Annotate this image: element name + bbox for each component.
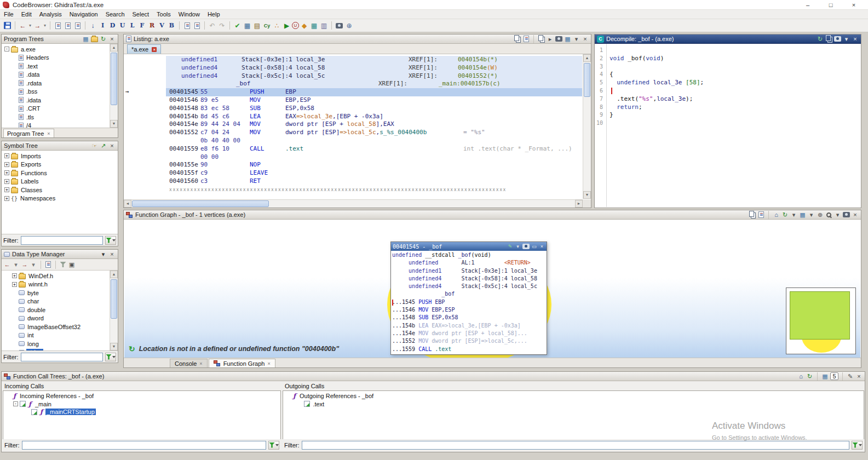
expand-icon[interactable]: + (12, 282, 17, 287)
function-letter-icon[interactable]: F (137, 21, 147, 31)
dock-window-icon[interactable]: ▦ (821, 372, 829, 380)
navigate-down-icon[interactable]: ↓ (88, 21, 97, 31)
memory-icon[interactable]: ▥ (319, 21, 329, 31)
panel-menu-caret-icon[interactable]: ▾ (100, 250, 107, 258)
diff-view-icon[interactable] (538, 35, 545, 43)
tree-item-data[interactable]: .data (2, 71, 109, 79)
tab-program-tree[interactable]: Program Tree (3, 129, 54, 137)
outgoing-filter-input[interactable] (302, 441, 850, 450)
tree-item-double[interactable]: double (2, 306, 109, 314)
expand-icon[interactable]: + (4, 170, 9, 175)
listing-row[interactable]: 0040155fc9LEAVE (124, 169, 582, 177)
tree-item-a-exe[interactable]: -a.exe (2, 45, 109, 54)
node-line[interactable]: ...1545 PUSH EBP (392, 299, 545, 307)
tree-item-windef-h[interactable]: +WinDef.h (2, 272, 109, 280)
close-panel-icon[interactable]: × (852, 211, 859, 219)
variable-letter-icon[interactable]: V (157, 21, 166, 31)
close-panel-icon[interactable]: × (852, 35, 859, 43)
listing-row[interactable]: 00401552c7 04 24MOVdword ptr [ESP]=>loca… (124, 129, 582, 137)
tree-item-namespaces[interactable]: +{}Namespaces (2, 194, 117, 203)
incoming-filter-input[interactable] (22, 441, 267, 450)
symbol-tree-filter-input[interactable] (21, 236, 104, 245)
listing-row[interactable]: 00401559e8 f6 10CALL.textint .text(char … (124, 145, 582, 153)
decompile-line[interactable]: 2void _bof(void) (595, 55, 860, 63)
close-panel-icon[interactable]: × (582, 35, 589, 43)
tree-item-int[interactable]: int (2, 331, 109, 340)
listing-header[interactable]: Listing: a.exe ▸▦▾× (124, 34, 591, 44)
tree-item-text[interactable]: .text (2, 62, 109, 71)
scroll-thumb[interactable] (111, 279, 117, 319)
graph-canvas[interactable]: 00401545 - _bof ✎▾▭× undefined __stdcall… (124, 220, 860, 358)
forward-menu-caret-icon[interactable]: ▾ (43, 21, 47, 31)
listing-row[interactable]: 00401560c3RET (124, 177, 582, 186)
home-icon[interactable]: ⌂ (797, 372, 804, 380)
tab-function-graph[interactable]: Function Graph (209, 359, 275, 367)
vertex-background-icon[interactable] (522, 243, 530, 250)
menu-navigation[interactable]: Navigation (66, 10, 102, 18)
scroll-down-icon[interactable] (110, 120, 118, 128)
tree-item-classes[interactable]: +Classes (2, 186, 117, 194)
bookmark-letter-icon[interactable]: B (167, 21, 176, 31)
menu-file[interactable]: File (0, 10, 18, 18)
listing-row[interactable]: 0040154883 ec 58SUBESP,0x58 (124, 105, 582, 113)
node-line[interactable]: undefined4 Stack[-0x5c]:4 local_5c (392, 283, 545, 291)
node-line[interactable]: _bof (392, 291, 545, 298)
block-display-icon[interactable]: ▦ (799, 211, 806, 219)
scroll-right-icon[interactable] (575, 200, 583, 208)
node-line[interactable]: undefined4 Stack[-0x58]:4 local_58 (392, 275, 545, 283)
node-line[interactable]: ...154e MOV dword ptr [ESP + local_58]..… (392, 330, 545, 338)
tree-item-functions[interactable]: +Functions (2, 169, 117, 177)
zoom-menu-caret-icon[interactable]: ▾ (834, 211, 841, 219)
scroll-up-icon[interactable] (583, 54, 591, 62)
dtm-filter-input[interactable] (21, 353, 104, 361)
snapshot-camera-icon[interactable] (335, 21, 344, 31)
listing-row[interactable]: 0040154e89 44 24 04MOVdword ptr [ESP + l… (124, 120, 582, 129)
previous-menu-caret-icon[interactable]: ▾ (12, 260, 20, 269)
help-chat-icon[interactable]: ⊕ (344, 21, 354, 31)
scroll-down-icon[interactable] (110, 343, 118, 350)
expand-icon[interactable]: + (4, 162, 9, 167)
tables-icon[interactable]: ▦ (309, 21, 319, 31)
toggle-margin-icon[interactable]: ▸ (547, 35, 554, 43)
next-datatype-icon[interactable]: → (21, 260, 28, 269)
function-graph-header[interactable]: Function Graph - _bof - 1 vertices (a.ex… (124, 210, 861, 220)
scroll-thumb[interactable] (584, 63, 590, 97)
auto-analyze-icon[interactable]: ✔ (233, 21, 242, 31)
snapshot-icon[interactable] (834, 35, 841, 43)
tree-item-maincrtstartup[interactable]: ƒ_mainCRTStartup (3, 408, 280, 416)
menu-search[interactable]: Search (102, 10, 129, 18)
node-line[interactable]: ...1546 MOV EBP,ESP (392, 307, 545, 314)
undo-icon[interactable]: ↶ (208, 21, 217, 31)
previous-datatype-icon[interactable]: ← (3, 260, 11, 269)
edit-label-icon[interactable]: ✎ (507, 243, 513, 250)
expand-icon[interactable]: + (12, 273, 17, 278)
next-menu-caret-icon[interactable]: ▾ (30, 260, 37, 269)
cypher-text-icon[interactable]: Cy (262, 21, 272, 31)
scroll-up-icon[interactable] (110, 44, 118, 51)
tree-item-outgoing-references-bof[interactable]: ƒOutgoing References - _bof (283, 392, 864, 400)
paste-icon[interactable] (757, 211, 764, 219)
diamond-icon[interactable]: ◆ (300, 21, 309, 31)
symbol-tree-header[interactable]: Symbol Tree ☞↗× (2, 141, 118, 151)
listing-row[interactable]: _bofXREF[1]:_main:0040157b(c) (124, 80, 582, 88)
open-folder-icon[interactable] (91, 35, 98, 43)
rerun-decompiler-icon[interactable]: ↻ (817, 35, 824, 43)
call-trees-header[interactable]: Function Call Trees: _bof - (a.exe) ⌂↻▦5… (2, 372, 865, 381)
program-trees-header[interactable]: Program Trees ▦↻× (2, 34, 118, 44)
decompile-line[interactable]: 5 undefined local_3e [58]; (595, 79, 860, 87)
decompile-line[interactable]: 6 (595, 87, 860, 95)
scroll-thumb[interactable] (132, 200, 269, 207)
tree-item-incoming-references-bof[interactable]: ƒIncoming References - _bof (3, 392, 280, 400)
display-menu-caret-icon[interactable]: ▾ (808, 211, 815, 219)
tree-item-4[interactable]: /4 (2, 122, 109, 128)
tree-item-labels[interactable]: +Labels (2, 177, 117, 186)
filter-options-button[interactable] (268, 441, 279, 450)
node-line[interactable]: undefined1 Stack[-0x3e]:1 local_3e (392, 268, 545, 275)
tree-item-byte[interactable]: byte (2, 289, 109, 297)
byte-viewer-icon[interactable]: ▦ (243, 21, 252, 31)
back-icon[interactable]: ← (18, 21, 27, 31)
menu-select[interactable]: Select (129, 10, 153, 18)
copy-icon[interactable] (514, 35, 521, 43)
tree-item-imagebaseoffset32[interactable]: ImageBaseOffset32 (2, 323, 109, 331)
listing-row[interactable]: 0040155e90NOP (124, 161, 582, 169)
